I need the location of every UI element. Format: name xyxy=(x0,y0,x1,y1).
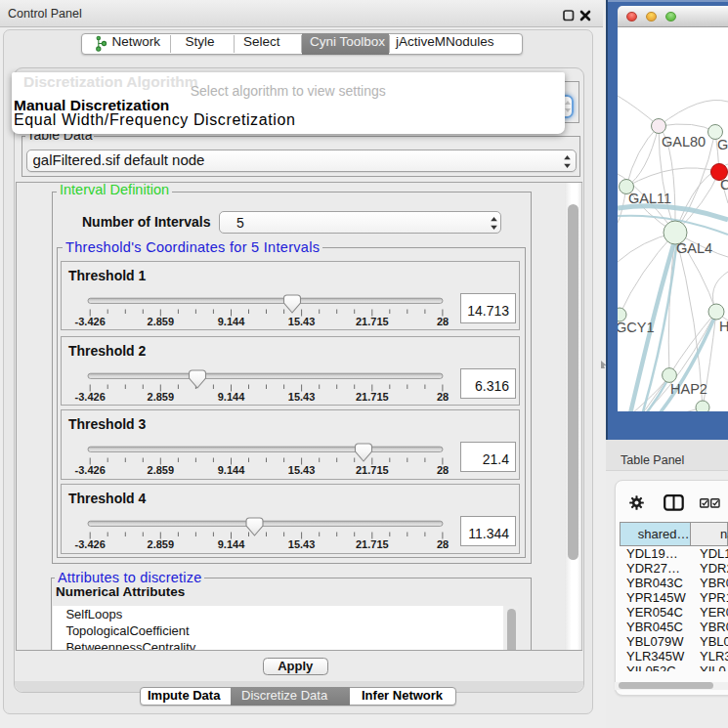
svg-text:GAL4: GAL4 xyxy=(676,240,712,256)
svg-text:CY: CY xyxy=(720,177,728,193)
svg-text:HAP2: HAP2 xyxy=(670,381,707,397)
svg-text:H: H xyxy=(719,319,728,334)
svg-text:GAL80: GAL80 xyxy=(662,134,706,150)
svg-text:GCY1: GCY1 xyxy=(618,320,655,335)
svg-text:GAL11: GAL11 xyxy=(628,191,671,206)
svg-text:GA: GA xyxy=(717,137,728,152)
